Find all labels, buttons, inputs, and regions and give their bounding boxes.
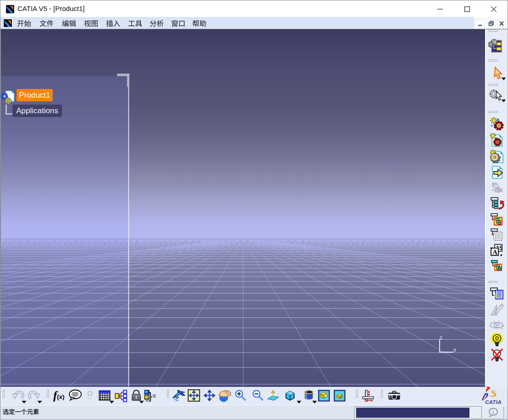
svg-text:(x): (x) — [57, 393, 65, 400]
svg-text:}: } — [149, 390, 152, 402]
svg-text:x: x — [453, 347, 456, 353]
svg-text:z: z — [440, 334, 442, 341]
svg-text:CATIA: CATIA — [485, 399, 502, 405]
svg-text:A: A — [492, 249, 497, 256]
svg-text:=: = — [152, 392, 156, 400]
svg-text:i: i — [492, 409, 494, 414]
